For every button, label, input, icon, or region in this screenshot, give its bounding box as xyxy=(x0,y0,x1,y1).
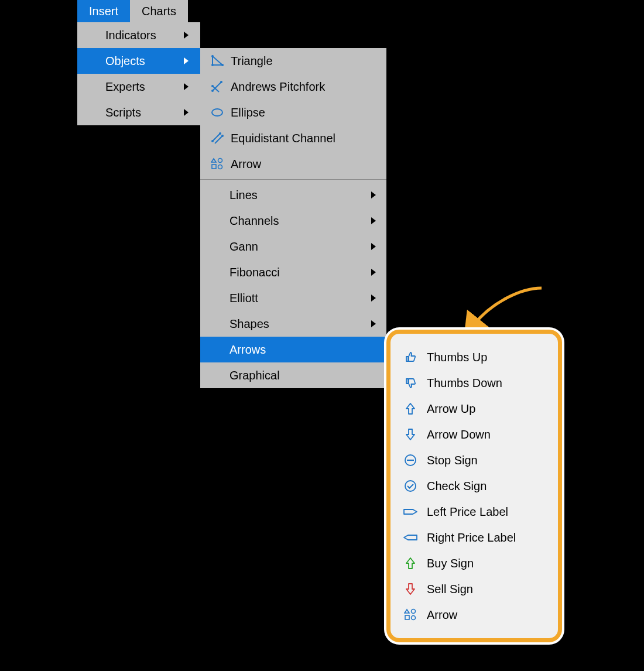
ellipse-icon xyxy=(208,106,226,119)
menu-item-thumbs-up[interactable]: Thumbs Up xyxy=(390,344,558,370)
menu-item-ellipse[interactable]: Ellipse xyxy=(200,100,386,125)
menu-item-experts[interactable]: Experts xyxy=(77,74,200,100)
submenu-arrow-icon xyxy=(184,57,190,64)
arrow-up-icon xyxy=(402,402,419,415)
submenu-arrow-icon xyxy=(184,32,190,39)
menu-item-elliott[interactable]: Elliott xyxy=(200,285,386,311)
menu-item-graphical[interactable]: Graphical xyxy=(200,362,386,388)
menu-item-objects[interactable]: Objects xyxy=(77,48,200,74)
submenu-arrow-icon xyxy=(184,109,190,116)
menu-item-indicators[interactable]: Indicators xyxy=(77,22,200,48)
submenu-arrow-icon xyxy=(184,83,190,90)
submenu-arrow-icon xyxy=(371,191,377,198)
menu-objects: Triangle Andrews Pitchfork Ellipse Equid… xyxy=(200,48,386,388)
menu-item-buy-sign[interactable]: Buy Sign xyxy=(390,550,558,576)
pitchfork-icon xyxy=(208,80,226,93)
svg-point-12 xyxy=(219,132,221,135)
menu-item-label: Stop Sign xyxy=(427,454,478,467)
svg-point-16 xyxy=(218,165,222,169)
svg-rect-15 xyxy=(212,165,216,169)
submenu-arrow-icon xyxy=(371,269,377,276)
svg-point-11 xyxy=(211,140,214,142)
channel-icon xyxy=(208,132,226,145)
menu-item-label: Indicators xyxy=(105,29,156,42)
submenu-arrow-icon xyxy=(371,295,377,302)
menu-item-label: Elliott xyxy=(229,292,258,305)
arrow-down-icon xyxy=(402,428,419,441)
tab-charts[interactable]: Charts xyxy=(130,0,188,22)
menu-item-arrow-down[interactable]: Arrow Down xyxy=(390,422,558,447)
shapes-group-icon xyxy=(208,158,226,170)
menu-item-arrows[interactable]: Arrows xyxy=(200,337,386,362)
menu-insert: Indicators Objects Experts Scripts xyxy=(77,22,200,125)
menu-item-scripts[interactable]: Scripts xyxy=(77,100,200,125)
menu-item-arrow-shapes[interactable]: Arrow xyxy=(200,151,386,177)
menu-item-label: Triangle xyxy=(231,54,273,68)
svg-point-8 xyxy=(212,109,222,116)
submenu-arrows: Thumbs Up Thumbs Down Arrow Up Arrow Dow… xyxy=(386,330,562,642)
menu-item-label: Right Price Label xyxy=(427,531,516,545)
menu-item-label: Andrews Pitchfork xyxy=(231,80,325,94)
thumbs-up-icon xyxy=(402,351,419,364)
menu-item-channels[interactable]: Channels xyxy=(200,208,386,234)
menu-item-label: Arrow Down xyxy=(427,428,491,441)
menu-item-right-price-label[interactable]: Right Price Label xyxy=(390,525,558,550)
menu-item-label: Graphical xyxy=(229,369,280,382)
menu-item-stop-sign[interactable]: Stop Sign xyxy=(390,447,558,473)
check-sign-icon xyxy=(402,480,419,492)
menu-item-label: Ellipse xyxy=(231,106,265,119)
sell-sign-icon xyxy=(402,583,419,595)
submenu-arrow-icon xyxy=(371,320,377,327)
svg-point-0 xyxy=(211,55,214,57)
menu-item-arrow-up[interactable]: Arrow Up xyxy=(390,396,558,422)
menu-item-label: Gann xyxy=(229,240,258,254)
menu-item-thumbs-down[interactable]: Thumbs Down xyxy=(390,370,558,396)
menu-item-left-price-label[interactable]: Left Price Label xyxy=(390,499,558,525)
left-price-label-icon xyxy=(402,506,419,517)
submenu-arrow-icon xyxy=(371,243,377,250)
menu-item-label: Arrows xyxy=(229,343,266,357)
triangle-icon xyxy=(208,54,226,67)
menu-item-label: Arrow Up xyxy=(427,402,475,416)
menu-item-label: Lines xyxy=(229,189,258,202)
menu-item-shapes[interactable]: Shapes xyxy=(200,311,386,337)
buy-sign-icon xyxy=(402,557,419,570)
menu-item-label: Arrow xyxy=(231,158,261,171)
shapes-group-icon xyxy=(402,608,419,621)
menu-item-label: Arrow xyxy=(427,608,457,622)
menu-item-lines[interactable]: Lines xyxy=(200,182,386,208)
svg-point-13 xyxy=(221,135,224,137)
svg-point-7 xyxy=(211,85,214,87)
stop-sign-icon xyxy=(402,454,419,467)
menu-item-label: Channels xyxy=(229,214,279,228)
menu-item-label: Left Price Label xyxy=(427,505,508,519)
menu-item-gann[interactable]: Gann xyxy=(200,234,386,259)
menu-separator xyxy=(200,179,386,180)
svg-point-6 xyxy=(220,81,222,83)
menu-item-fibonacci[interactable]: Fibonacci xyxy=(200,259,386,285)
menu-item-label: Fibonacci xyxy=(229,266,280,279)
tab-bar: Insert Charts xyxy=(77,0,188,22)
submenu-arrow-icon xyxy=(371,217,377,224)
menu-item-label: Thumbs Down xyxy=(427,376,502,390)
tab-insert[interactable]: Insert xyxy=(77,0,130,22)
menu-item-label: Objects xyxy=(105,54,145,68)
menu-item-label: Check Sign xyxy=(427,480,487,493)
menu-item-label: Experts xyxy=(105,80,145,94)
menu-item-check-sign[interactable]: Check Sign xyxy=(390,473,558,499)
menu-item-sell-sign[interactable]: Sell Sign xyxy=(390,576,558,602)
svg-point-14 xyxy=(218,159,222,163)
menu-item-label: Shapes xyxy=(229,317,269,331)
menu-item-arrow-generic[interactable]: Arrow xyxy=(390,602,558,628)
menu-item-andrews-pitchfork[interactable]: Andrews Pitchfork xyxy=(200,74,386,100)
svg-rect-21 xyxy=(405,615,409,619)
right-price-label-icon xyxy=(402,532,419,543)
menu-item-label: Equidistant Channel xyxy=(231,132,335,145)
svg-point-20 xyxy=(412,610,416,614)
menu-item-triangle[interactable]: Triangle xyxy=(200,48,386,74)
menu-item-equidistant-channel[interactable]: Equidistant Channel xyxy=(200,125,386,151)
thumbs-down-icon xyxy=(402,376,419,389)
menu-item-label: Thumbs Up xyxy=(427,351,487,364)
menu-item-label: Scripts xyxy=(105,106,141,119)
menu-item-label: Buy Sign xyxy=(427,557,474,570)
